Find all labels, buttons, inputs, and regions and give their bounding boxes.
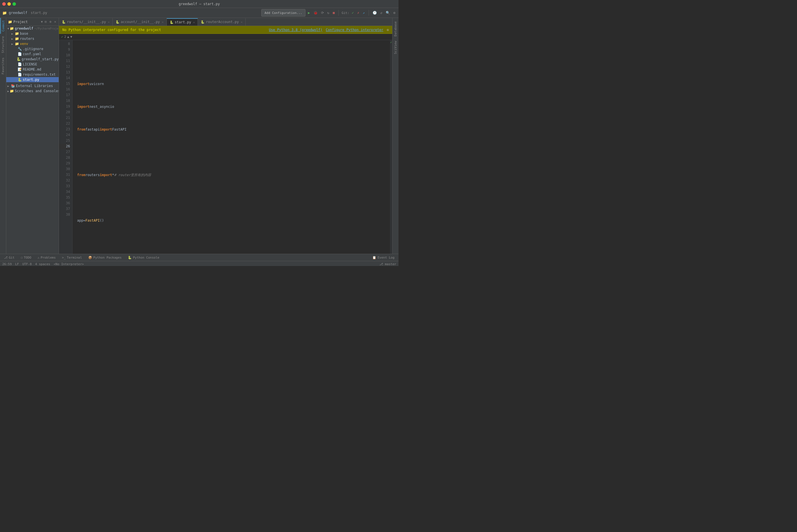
python-packages-icon: 📦 [88,256,92,260]
git-push-icon[interactable]: ↗ [362,10,366,16]
tab-router-account-label: routerAccount.py [206,20,239,24]
tree-license[interactable]: ▶ 📄 LICENSE [6,62,59,67]
todo-tab[interactable]: ☐ TODO [18,254,34,261]
structure-vtab[interactable]: Structure [1,34,5,56]
code-line-15: app = FastAPI() [76,217,390,223]
breadcrumb-area: ✓ 2 ▲ ▼ [59,34,392,40]
cursor-position[interactable]: 26:59 [2,262,12,266]
project-label: greedwolf [8,10,28,16]
ln-9: 9 [59,47,70,53]
project-dropdown-icon[interactable]: ▼ [41,20,43,23]
tab-routers-init[interactable]: 🐍 routers/__init__.py ✕ [59,18,113,25]
indent-setting[interactable]: 4 spaces [35,262,50,266]
tab-start-label: start.py [175,20,191,24]
debug-icon[interactable]: 🐞 [313,10,318,16]
run-icon[interactable]: ▶ [307,10,311,16]
tree-base[interactable]: ▶ 📁 base [6,31,59,36]
main-layout: Commit Structure Favorites 📁 Project ▼ ⊟… [0,18,398,254]
settings-sidebar-icon[interactable]: ⚙ [49,20,52,24]
ln-35: 35 [59,195,70,201]
tab-router-account-close[interactable]: ✕ [241,20,242,24]
add-config-button[interactable]: Add Configuration... [261,9,305,17]
indicator-check: ✓ [390,41,392,44]
ln-22: 22 [59,121,70,127]
tab-start-close[interactable]: ✕ [193,21,195,24]
python-console-tab[interactable]: 🐍 Python Console [125,254,162,261]
favorites-vtab[interactable]: Favorites [1,55,5,77]
tab-account-init[interactable]: 🐍 account/__init__.py ✕ [113,18,167,25]
encoding[interactable]: UTF-8 [22,262,32,266]
minimize-button[interactable] [7,2,11,6]
window-title: greedwolf – start.py [179,2,220,6]
run-with-coverage-icon[interactable]: ⟳ [320,10,325,16]
line-ending[interactable]: LF [15,262,19,266]
license-label: LICENSE [23,62,37,66]
todo-tab-icon: ☐ [21,256,23,260]
search-icon[interactable]: 🔍 [385,10,391,16]
problems-tab-icon: ⚠ [38,256,40,260]
close-button[interactable] [2,2,6,6]
tree-root[interactable]: ▼ 📁 greedwolf ~/PycharmProjects/greedwol… [6,26,59,31]
git-branch-status[interactable]: ⎇ master [379,262,396,266]
git-x-icon[interactable]: ✗ [356,10,360,16]
tree-ext-libs[interactable]: ▶ 📚 External Libraries [6,83,59,89]
clock-icon[interactable]: 🕐 [372,10,378,16]
ln-38: 38 [59,212,70,217]
todo-tab-label: TODO [24,256,32,260]
tree-scratches[interactable]: ▶ 📁 Scratches and Consoles [6,89,59,94]
right-tabs: Database SciView [392,18,398,254]
terminal-tab[interactable]: >_ Terminal [59,254,85,261]
git-tab[interactable]: ⎇ Git [1,254,17,261]
breadcrumb-up[interactable]: ▲ [67,35,69,39]
warning-settings-icon[interactable]: ⚙ [387,28,389,32]
python-packages-label: Python Packages [93,256,122,260]
traffic-lights[interactable] [2,2,16,6]
tab-account-close[interactable]: ✕ [162,20,164,24]
tree-conf[interactable]: ▶ 📄 conf.yaml [6,52,59,57]
sciview-vtab[interactable]: SciView [393,39,398,56]
commit-vtab[interactable]: Commit [0,18,6,34]
collapse-all-icon[interactable]: ⊟ [44,20,48,24]
close-sidebar-icon[interactable]: ✕ [53,20,57,24]
code-content[interactable]: import uvicorn import nest_asyncio from … [73,40,390,254]
database-vtab[interactable]: Database [393,19,398,39]
tab-routers-close[interactable]: ✕ [108,20,110,24]
breadcrumb-down[interactable]: ▼ [70,35,72,39]
settings-icon[interactable]: ⚙ [392,10,396,16]
ln-33: 33 [59,184,70,189]
tree-readme[interactable]: ▶ 📝 README.md [6,67,59,72]
indicator-bar: ✓ [390,40,392,254]
python-packages-tab[interactable]: 📦 Python Packages [86,254,124,261]
warning-actions: Use Python 3.8 (greedwolf) Configure Pyt… [269,28,389,32]
code-line-11: from fastapi import FastAPI [76,127,390,132]
project-icon: 📁 [2,11,7,15]
tree-greedwolf-start[interactable]: ▶ 🐍 greedwolf_start.py [6,57,59,62]
ln-32: 32 [59,178,70,184]
tab-router-account-icon: 🐍 [201,20,205,24]
ln-10: 10 [59,53,70,58]
stop-icon[interactable]: ■ [332,10,336,16]
sidebar-header: 📁 Project ▼ ⊟ ⚙ ✕ [6,18,59,26]
maximize-button[interactable] [13,2,16,6]
git-tab-icon: ⎇ [4,256,8,260]
revert-icon[interactable]: ↺ [379,10,383,16]
file-tabs: 🐍 routers/__init__.py ✕ 🐍 account/__init… [59,18,392,26]
tree-requirements[interactable]: ▶ 📄 requirements.txt [6,72,59,77]
tab-start-icon: 🐍 [170,20,174,24]
python-console-icon: 🐍 [128,256,132,260]
coverage-icon[interactable]: ↻ [327,10,330,16]
code-editor[interactable]: 8 9 10 11 12 13 14 15 16 17 18 19 20 21 … [59,40,392,254]
tab-router-account[interactable]: 🐍 routerAccount.py ✕ [198,18,246,25]
configure-interpreter-link[interactable]: Configure Python interpreter [326,28,383,32]
problems-tab[interactable]: ⚠ Problems [35,254,59,261]
use-python-link[interactable]: Use Python 3.8 (greedwolf) [269,28,322,32]
git-check-icon[interactable]: ✓ [351,10,355,16]
tree-venv[interactable]: ▶ 📁 venv [6,41,59,46]
tab-start[interactable]: 🐍 start.py ✕ [167,18,198,25]
interpreter-status[interactable]: <No Interpreter> [54,262,84,266]
event-log-tab[interactable]: 📋 Event Log [369,254,397,261]
tree-start[interactable]: ▶ 🐍 start.py [6,77,59,82]
tree-gitignore[interactable]: ▶ 🔧 .gitignore [6,46,59,52]
ln-8: 8 [59,41,70,47]
tree-routers[interactable]: ▶ 📁 routers [6,36,59,41]
